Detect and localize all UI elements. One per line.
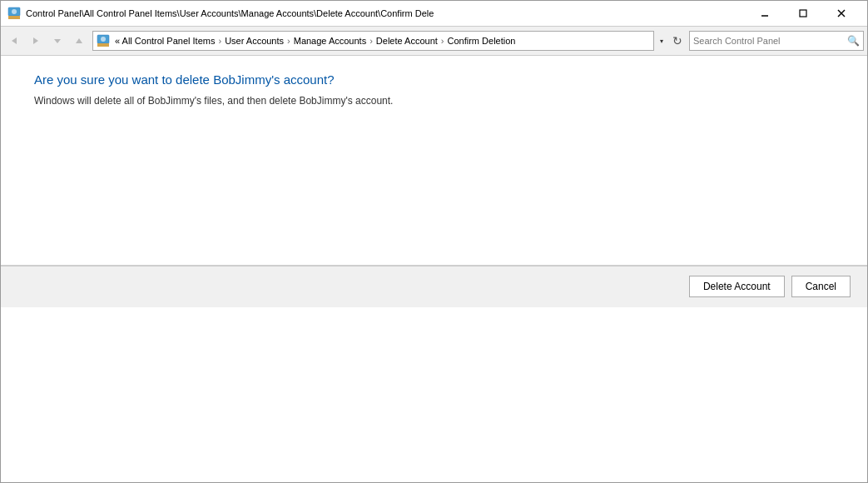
maximize-button[interactable] bbox=[784, 1, 822, 26]
svg-marker-8 bbox=[33, 37, 38, 44]
question-heading: Are you sure you want to delete BobJimmy… bbox=[34, 72, 834, 87]
close-button[interactable] bbox=[822, 1, 861, 26]
cancel-button[interactable]: Cancel bbox=[791, 276, 851, 297]
up-button[interactable] bbox=[69, 31, 89, 51]
search-icon: 🔍 bbox=[847, 35, 860, 47]
button-row: Delete Account Cancel bbox=[1, 266, 867, 307]
window: Control Panel\All Control Panel Items\Us… bbox=[0, 0, 868, 483]
breadcrumb-bar: « All Control Panel Items › User Account… bbox=[92, 31, 654, 51]
refresh-button[interactable]: ↻ bbox=[667, 31, 687, 51]
svg-rect-12 bbox=[97, 43, 109, 47]
svg-rect-1 bbox=[8, 16, 20, 19]
titlebar: Control Panel\All Control Panel Items\Us… bbox=[1, 1, 867, 26]
svg-marker-9 bbox=[54, 39, 61, 43]
svg-rect-4 bbox=[800, 10, 806, 17]
svg-marker-10 bbox=[76, 38, 82, 43]
back-button[interactable] bbox=[4, 31, 24, 51]
breadcrumb-items: « All Control Panel Items › User Account… bbox=[113, 36, 517, 46]
breadcrumb-dropdown-button[interactable]: ▾ bbox=[657, 32, 666, 50]
breadcrumb-item-all-control-panel[interactable]: « All Control Panel Items bbox=[113, 36, 216, 46]
breadcrumb-item-user-accounts[interactable]: User Accounts bbox=[223, 36, 285, 46]
forward-button[interactable] bbox=[26, 31, 46, 51]
breadcrumb-item-manage-accounts[interactable]: Manage Accounts bbox=[292, 36, 368, 46]
content: Are you sure you want to delete BobJimmy… bbox=[1, 56, 867, 482]
titlebar-icon bbox=[7, 7, 21, 20]
dropdown-nav-button[interactable] bbox=[47, 31, 67, 51]
svg-point-2 bbox=[12, 9, 17, 14]
main-content: Are you sure you want to delete BobJimmy… bbox=[1, 56, 867, 265]
breadcrumb-item-confirm-deletion[interactable]: Confirm Deletion bbox=[446, 36, 518, 46]
titlebar-buttons bbox=[746, 1, 861, 26]
description-text: Windows will delete all of BobJimmy's fi… bbox=[34, 95, 834, 107]
svg-point-13 bbox=[101, 37, 106, 42]
addressbar: « All Control Panel Items › User Account… bbox=[1, 26, 867, 56]
delete-account-button[interactable]: Delete Account bbox=[689, 276, 785, 297]
breadcrumb-folder-icon bbox=[97, 34, 110, 47]
svg-marker-7 bbox=[12, 37, 17, 44]
search-box: 🔍 bbox=[689, 31, 864, 51]
empty-area bbox=[1, 307, 867, 483]
titlebar-text: Control Panel\All Control Panel Items\Us… bbox=[26, 8, 746, 18]
search-input[interactable] bbox=[693, 36, 847, 46]
breadcrumb-item-delete-account[interactable]: Delete Account bbox=[374, 36, 439, 46]
minimize-button[interactable] bbox=[746, 1, 784, 26]
